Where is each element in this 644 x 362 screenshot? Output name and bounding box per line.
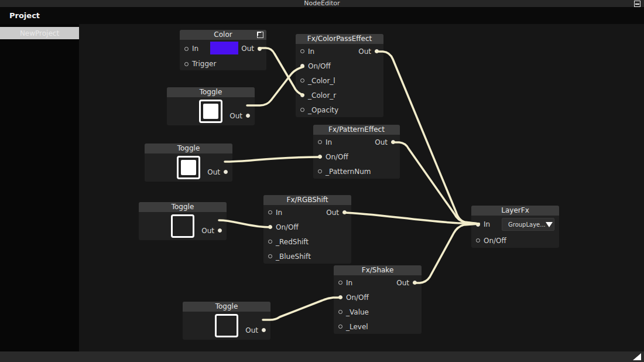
node-fx-rgbshift[interactable]: Fx/RGBShift In Out On/Off _RedShift _Blu… [263,195,351,264]
port-label-in: In [326,138,332,146]
port-label-out: Out [241,45,254,53]
port-label-onoff: On/Off [484,237,506,245]
port-colorpass-onoff[interactable] [300,64,304,68]
port-layerfx-onoff[interactable] [476,238,480,243]
port-colorpass-color-r[interactable] [300,93,304,97]
port-label-out: Out [229,112,242,120]
port-label-out: Out [375,138,388,146]
node-layerfx[interactable]: LayerFx In GroupLaye... On/Off [471,206,559,248]
menu-item-project[interactable]: Project [0,11,40,20]
port-label-out: Out [207,168,220,176]
port-label-redshift: _RedShift [276,238,309,246]
toggle-checkbox[interactable] [199,100,222,123]
port-colorpass-out[interactable] [375,49,379,53]
node-toggle-1-header[interactable]: Toggle [167,87,255,97]
node-title: Toggle [177,144,200,153]
port-rgbshift-in[interactable] [268,210,272,214]
port-colorpass-color-l[interactable] [300,78,304,83]
checkbox-fill [203,104,218,119]
node-title: Toggle [172,202,194,212]
port-shake-in[interactable] [338,281,342,285]
port-rgbshift-redshift[interactable] [268,240,272,244]
port-label-onoff: On/Off [346,293,369,302]
port-label-color-r: _Color_r [308,91,336,100]
port-pattern-in[interactable] [318,140,322,144]
node-toggle-3[interactable]: Toggle Out [139,202,227,240]
port-rgbshift-out[interactable] [342,210,347,214]
node-title: Fx/RGBShift [287,195,328,205]
port-label-onoff: On/Off [308,62,331,70]
port-pattern-num[interactable] [318,169,322,173]
node-fx-colorpasseffect[interactable]: Fx/ColorPassEffect In Out On/Off _Color_… [296,34,383,117]
port-label-blueshift: _BlueShift [276,252,311,261]
node-title: LayerFx [501,206,529,216]
node-color-header[interactable]: Color [180,30,266,40]
port-label-in: In [308,47,314,56]
node-fx-shake[interactable]: Fx/Shake In Out On/Off _Value _Level [334,265,422,334]
port-shake-out[interactable] [413,281,417,285]
port-rgbshift-blueshift[interactable] [268,254,272,258]
port-layerfx-in[interactable] [476,223,480,227]
layer-dropdown[interactable]: GroupLaye... [502,218,554,231]
port-rgbshift-onoff[interactable] [268,225,272,229]
color-swatch[interactable] [210,42,238,54]
chevron-down-icon [546,222,553,227]
node-title: Color [214,30,232,40]
port-color-in[interactable] [184,47,189,51]
port-shake-value[interactable] [338,310,342,314]
port-color-out[interactable] [258,47,262,51]
node-toggle-4-header[interactable]: Toggle [183,302,270,312]
node-fx-colorpasseffect-header[interactable]: Fx/ColorPassEffect [296,34,383,44]
port-label-patternnum: _PatternNum [326,168,371,176]
toggle-checkbox[interactable] [215,314,238,337]
node-toggle-2[interactable]: Toggle Out [145,144,232,182]
node-fx-patterneffect-header[interactable]: Fx/PatternEffect [313,125,400,135]
toggle-checkbox[interactable] [171,214,194,238]
port-toggle-2-out[interactable] [224,170,228,174]
port-label-in: In [346,279,352,287]
port-colorpass-in[interactable] [300,49,304,53]
color-picker-icon-corner [257,32,261,36]
minimize-window-icon[interactable] [634,1,640,7]
node-layerfx-header[interactable]: LayerFx [471,206,559,216]
node-title: Toggle [200,87,222,97]
port-label-level: _Level [346,323,368,331]
port-label-out: Out [245,326,258,334]
port-label-trigger: Trigger [192,60,216,68]
node-toggle-2-header[interactable]: Toggle [145,144,232,153]
node-fx-rgbshift-header[interactable]: Fx/RGBShift [263,195,351,205]
color-picker-icon[interactable] [257,32,263,38]
toggle-checkbox[interactable] [177,156,200,179]
port-label-in: In [192,45,198,53]
port-shake-onoff[interactable] [338,295,342,299]
node-fx-shake-header[interactable]: Fx/Shake [334,265,422,275]
port-label-out: Out [396,279,409,287]
node-fx-patterneffect[interactable]: Fx/PatternEffect In Out On/Off _PatternN… [313,125,400,179]
node-color[interactable]: Color In Out Trigger [180,30,266,70]
minimize-bar [635,4,639,5]
node-toggle-3-header[interactable]: Toggle [139,202,227,212]
project-sidebar: NewProject [0,24,79,351]
port-color-trigger[interactable] [184,62,189,66]
port-label-in: In [276,209,282,217]
node-toggle-1[interactable]: Toggle Out [167,87,255,125]
title-bar: NodeEditor [0,0,644,7]
port-label-out: Out [201,227,214,235]
port-toggle-1-out[interactable] [246,114,250,118]
port-label-in: In [484,220,490,228]
node-title: Fx/PatternEffect [328,125,385,135]
port-toggle-4-out[interactable] [262,328,266,332]
status-bar [0,351,644,362]
sidebar-item-newproject[interactable]: NewProject [0,27,79,39]
resize-grip-icon[interactable] [633,353,641,360]
node-title: Fx/ColorPassEffect [307,34,372,44]
port-pattern-onoff[interactable] [318,155,322,159]
port-label-out: Out [358,47,371,56]
menu-bar: Project [0,7,644,24]
node-toggle-4[interactable]: Toggle Out [183,302,270,340]
port-pattern-out[interactable] [391,140,395,144]
port-colorpass-opacity[interactable] [300,108,304,112]
port-toggle-3-out[interactable] [218,228,222,233]
port-label-value: _Value [346,308,369,316]
port-shake-level[interactable] [338,325,342,329]
